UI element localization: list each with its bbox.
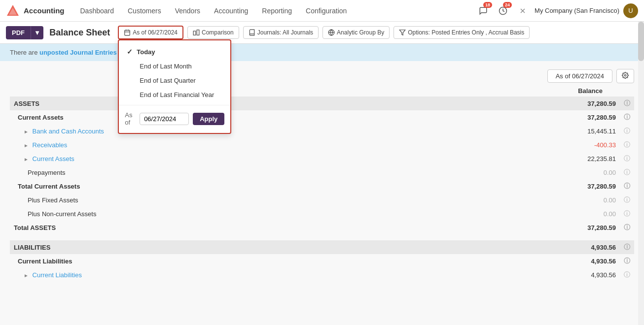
date-option-end-last-financial-year[interactable]: End of Last Financial Year <box>119 88 230 102</box>
info-icon-non-current-assets[interactable]: ⓘ <box>620 207 634 221</box>
group-value-current-liabilities: 4,930.56 <box>556 254 620 268</box>
table-row: Plus Fixed Assets 0.00 ⓘ <box>10 193 634 207</box>
date-input[interactable] <box>140 113 189 125</box>
apply-button[interactable]: Apply <box>193 113 224 125</box>
section-value-assets: 37,280.59 <box>556 97 620 110</box>
group-value-current-assets: 37,280.59 <box>556 110 620 124</box>
date-divider <box>119 105 230 105</box>
nav-item-reporting[interactable]: Reporting <box>256 4 298 18</box>
comparison-icon <box>193 29 200 36</box>
svg-point-14 <box>624 74 626 76</box>
nav-item-configuration[interactable]: Configuration <box>300 4 353 18</box>
report-settings-icon-btn[interactable] <box>616 69 634 83</box>
table-row: Plus Non-current Assets 0.00 ⓘ <box>10 207 634 221</box>
total-label-assets: Total ASSETS <box>10 221 556 234</box>
expander-icon[interactable]: ► <box>24 143 29 148</box>
row-value-current-assets-sub: 22,235.81 <box>556 152 620 165</box>
date-option-end-last-month[interactable]: End of Last Month <box>119 59 230 73</box>
row-label-bank[interactable]: Bank and Cash Accounts <box>33 128 104 135</box>
activity-icon-btn[interactable]: 24 <box>495 3 511 19</box>
row-label-current-liabilities-sub[interactable]: Current Liabilities <box>33 271 82 279</box>
group-row-current-assets: Current Assets 37,280.59 ⓘ <box>10 110 634 124</box>
row-label-non-current-assets: Plus Non-current Assets <box>28 210 96 218</box>
svg-rect-9 <box>193 31 196 35</box>
info-icon-bank[interactable]: ⓘ <box>620 124 634 138</box>
pdf-caret-button[interactable]: ▼ <box>31 26 43 39</box>
nav-item-accounting[interactable]: Accounting <box>208 4 254 18</box>
svg-rect-10 <box>197 30 199 35</box>
page-title: Balance Sheet <box>49 28 110 38</box>
row-value-current-liabilities-sub: 4,930.56 <box>556 268 620 282</box>
expander-icon[interactable]: ► <box>24 273 29 278</box>
close-icon-btn[interactable] <box>515 3 531 19</box>
info-icon-assets[interactable]: ⓘ <box>620 97 634 110</box>
total-value-assets: 37,280.59 <box>556 221 620 234</box>
notification-bar: There are unposted Journal Entries prior… <box>0 44 644 61</box>
journals-icon <box>249 29 255 36</box>
report-table: ASSETS 37,280.59 ⓘ Current Assets 37,280… <box>10 97 634 282</box>
user-avatar[interactable]: U <box>623 3 638 18</box>
analytic-group-by-button[interactable]: Analytic Group By <box>322 26 390 39</box>
balance-col-header: Balance <box>534 87 603 95</box>
analytic-icon <box>328 29 335 36</box>
info-icon-current-liabilities-group[interactable]: ⓘ <box>620 254 634 268</box>
nav-item-customers[interactable]: Customers <box>122 4 167 18</box>
info-icon-liabilities[interactable]: ⓘ <box>620 240 634 254</box>
pdf-button[interactable]: PDF <box>6 26 31 39</box>
comparison-button[interactable]: Comparison <box>187 26 239 39</box>
expander-icon[interactable]: ► <box>24 157 29 162</box>
svg-marker-13 <box>399 30 405 35</box>
total-value-current-assets: 37,280.59 <box>556 179 620 193</box>
nav-item-vendors[interactable]: Vendors <box>169 4 206 18</box>
sub-toolbar: PDF ▼ Balance Sheet As of 06/27/2024 ✓ T… <box>0 22 644 44</box>
scrollbar-track[interactable] <box>638 22 644 290</box>
row-value-bank: 15,445.11 <box>556 124 620 138</box>
info-icon-current-liabilities-sub[interactable]: ⓘ <box>620 268 634 282</box>
date-option-today[interactable]: ✓ Today <box>119 44 230 59</box>
messages-icon-btn[interactable]: 18 <box>475 3 491 19</box>
row-label-current-assets-sub[interactable]: Current Assets <box>33 155 74 162</box>
info-icon-current-assets-sub[interactable]: ⓘ <box>620 152 634 165</box>
section-name-liabilities: LIABILITIES <box>10 240 556 254</box>
messages-badge: 18 <box>483 2 492 8</box>
col-header-row: Balance <box>10 87 634 95</box>
top-nav: Accounting Dashboard Customers Vendors A… <box>0 0 644 22</box>
table-row: ► Receivables -400.33 ⓘ <box>10 138 634 152</box>
notification-text-before: There are <box>10 49 39 56</box>
row-label-receivables[interactable]: Receivables <box>33 141 68 149</box>
total-row-current-assets: Total Current Assets 37,280.59 ⓘ <box>10 179 634 193</box>
table-row: Prepayments 0.00 ⓘ <box>10 165 634 179</box>
date-option-end-last-quarter[interactable]: End of Last Quarter <box>119 73 230 88</box>
total-label-current-assets: Total Current Assets <box>10 179 556 193</box>
expander-icon[interactable]: ► <box>24 129 29 134</box>
row-label-prepayments: Prepayments <box>28 169 66 176</box>
info-icon-total-assets[interactable]: ⓘ <box>620 221 634 234</box>
app-logo-icon <box>6 4 20 18</box>
row-label-fixed-assets: Plus Fixed Assets <box>28 196 78 204</box>
table-row: ► Current Assets 22,235.81 ⓘ <box>10 152 634 165</box>
group-label-current-assets: Current Assets <box>10 110 556 124</box>
row-value-fixed-assets: 0.00 <box>556 193 620 207</box>
pdf-btn-group: PDF ▼ <box>6 26 43 39</box>
date-filter-wrapper: As of 06/27/2024 ✓ Today End of Last Mon… <box>118 26 183 39</box>
activity-badge: 24 <box>503 2 512 8</box>
journals-button[interactable]: Journals: All Journals <box>243 26 319 39</box>
nav-app-name[interactable]: Accounting <box>24 6 65 15</box>
info-icon-fixed-assets[interactable]: ⓘ <box>620 193 634 207</box>
spacer-row <box>10 234 634 240</box>
section-header-liabilities: LIABILITIES 4,930.56 ⓘ <box>10 240 634 254</box>
info-icon-receivables[interactable]: ⓘ <box>620 138 634 152</box>
options-button[interactable]: Options: Posted Entries Only , Accrual B… <box>394 26 530 39</box>
date-apply-row: As of Apply <box>119 108 230 129</box>
nav-item-dashboard[interactable]: Dashboard <box>74 4 120 18</box>
notification-link[interactable]: unposted Journal Entries <box>39 49 117 56</box>
date-filter-button[interactable]: As of 06/27/2024 <box>118 26 183 39</box>
info-icon-total-current-assets[interactable]: ⓘ <box>620 179 634 193</box>
info-icon-current-assets[interactable]: ⓘ <box>620 110 634 124</box>
scrollbar-thumb[interactable] <box>638 22 644 61</box>
info-icon-prepayments[interactable]: ⓘ <box>620 165 634 179</box>
report-header: As of 06/27/2024 <box>10 69 634 83</box>
row-value-non-current-assets: 0.00 <box>556 207 620 221</box>
filter-icon <box>399 29 406 36</box>
settings-icon <box>622 72 629 79</box>
